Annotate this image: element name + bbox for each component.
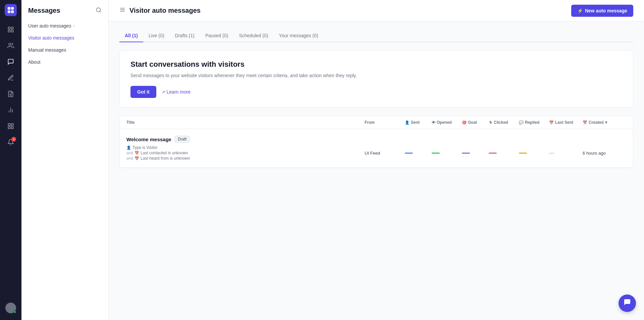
notes-icon[interactable]: [4, 87, 17, 101]
new-auto-message-button[interactable]: ⚡ New auto message: [571, 5, 633, 17]
svg-rect-0: [8, 7, 10, 10]
svg-rect-3: [11, 10, 14, 13]
goal-dash: [462, 153, 470, 154]
message-title: Welcome message: [126, 137, 171, 142]
column-created-label: Created: [589, 120, 604, 125]
cell-created: 6 hours ago: [583, 151, 626, 156]
svg-rect-5: [11, 27, 13, 29]
cell-last-sent: —: [549, 150, 583, 156]
condition-contacted: and 📅 Last contacted is unknown: [126, 151, 365, 155]
column-opened-label: Opened: [437, 120, 452, 125]
messages-table: Title From 👤 Sent 👁 Opened 🎯 Goal: [119, 116, 633, 168]
calendar-icon: 📅: [549, 120, 554, 125]
got-it-button[interactable]: Got it: [130, 86, 156, 98]
cell-goal: [462, 153, 489, 154]
column-created[interactable]: 📅 Created ▾: [583, 120, 626, 125]
learn-more-label: Learn more: [167, 89, 191, 95]
sidebar-item-about[interactable]: About: [21, 56, 108, 68]
condition-contacted-text: Last contacted is unknown: [141, 151, 188, 155]
notifications-icon[interactable]: 1: [4, 136, 17, 149]
condition-type: 👤 Type is Visitor: [126, 145, 365, 150]
svg-rect-16: [11, 127, 13, 129]
messages-rail-icon[interactable]: [4, 55, 17, 68]
clicked-dash: [489, 153, 497, 154]
created-value: 6 hours ago: [583, 151, 606, 156]
notification-badge: 1: [11, 137, 16, 142]
column-goal: 🎯 Goal: [462, 120, 489, 125]
row-title-line: Welcome message Draft: [126, 136, 626, 143]
chat-widget-icon: [623, 298, 631, 308]
compose-icon[interactable]: [4, 71, 17, 85]
info-banner: Start conversations with visitors Send m…: [119, 50, 633, 108]
calendar-small-icon-2: 📅: [135, 156, 139, 161]
apps-icon[interactable]: [4, 119, 17, 133]
svg-rect-17: [8, 127, 10, 129]
content-area: All (1) Live (0) Drafts (1) Paused (0) S…: [109, 21, 644, 320]
sidebar-item-label: Manual messages: [28, 47, 66, 53]
icon-rail: 1: [0, 0, 21, 320]
external-link-icon: ↗: [162, 90, 165, 95]
svg-rect-7: [11, 30, 13, 32]
app-logo[interactable]: [5, 4, 17, 16]
tab-drafts[interactable]: Drafts (1): [170, 30, 200, 42]
sidebar-item-visitor-auto-messages[interactable]: Visitor auto messages: [21, 32, 108, 44]
learn-more-link[interactable]: ↗ Learn more: [162, 89, 191, 95]
cell-clicked: [489, 153, 519, 154]
svg-rect-6: [8, 30, 10, 32]
svg-rect-14: [8, 124, 10, 126]
and-label-2: and: [126, 156, 133, 161]
svg-line-19: [100, 11, 101, 12]
draft-badge: Draft: [175, 136, 190, 143]
contacts-icon[interactable]: [4, 39, 17, 52]
search-icon[interactable]: [96, 7, 102, 14]
replied-dash: [519, 153, 527, 154]
cell-opened: [432, 153, 462, 154]
eye-icon: 👁: [432, 120, 435, 124]
sidebar: Messages User auto messages › Visitor au…: [21, 0, 109, 320]
last-sent-value: —: [549, 150, 554, 156]
tab-scheduled[interactable]: Scheduled (0): [233, 30, 273, 42]
new-auto-message-label: New auto message: [585, 8, 627, 13]
user-avatar: [5, 303, 16, 313]
sidebar-navigation: User auto messages › Visitor auto messag…: [21, 20, 108, 68]
table-row[interactable]: Welcome message Draft 👤 Type is Visitor …: [120, 129, 633, 168]
sidebar-title: Messages: [28, 7, 60, 14]
chart-icon[interactable]: [4, 103, 17, 117]
tab-your-messages[interactable]: Your messages (0): [274, 30, 324, 42]
tab-paused[interactable]: Paused (0): [200, 30, 233, 42]
sidebar-header: Messages: [21, 7, 108, 20]
column-clicked: 🖱 Clicked: [489, 120, 519, 125]
calendar-small-icon: 📅: [135, 151, 139, 155]
tab-live[interactable]: Live (0): [143, 30, 170, 42]
tab-all[interactable]: All (1): [119, 30, 143, 42]
condition-type-text: Type is Visitor: [132, 145, 157, 150]
column-opened: 👁 Opened: [432, 120, 462, 125]
row-data-grid: 👤 Type is Visitor and 📅 Last contacted i…: [126, 145, 626, 161]
sidebar-item-label: About: [28, 59, 41, 65]
cursor-icon: 🖱: [489, 120, 492, 124]
topbar: Visitor auto messages ⚡ New auto message: [109, 0, 644, 21]
user-avatar-container[interactable]: [5, 300, 16, 316]
column-title-label: Title: [126, 120, 135, 125]
chat-icon: 💬: [519, 120, 524, 125]
banner-actions: Got it ↗ Learn more: [130, 86, 622, 98]
column-last-sent-label: Last Sent: [555, 120, 573, 125]
chat-widget[interactable]: [619, 295, 636, 312]
sort-down-icon: ▾: [605, 120, 607, 125]
calendar-icon-2: 📅: [583, 120, 587, 125]
column-clicked-label: Clicked: [494, 120, 508, 125]
svg-point-8: [9, 43, 11, 46]
person-small-icon: 👤: [126, 146, 131, 150]
sidebar-item-manual-messages[interactable]: Manual messages: [21, 44, 108, 56]
svg-rect-2: [8, 10, 10, 13]
svg-rect-4: [8, 27, 10, 29]
inbox-icon[interactable]: [4, 23, 17, 36]
sidebar-item-user-auto-messages[interactable]: User auto messages ›: [21, 20, 108, 32]
hamburger-icon[interactable]: [119, 7, 125, 14]
sent-dash: [405, 153, 413, 154]
opened-dash: [432, 153, 440, 154]
tabs-container: All (1) Live (0) Drafts (1) Paused (0) S…: [119, 30, 633, 42]
column-from-label: From: [365, 120, 375, 125]
banner-description: Send messages to your website visitors w…: [130, 72, 622, 79]
condition-heard-text: Last heard from is unknown: [141, 156, 190, 161]
